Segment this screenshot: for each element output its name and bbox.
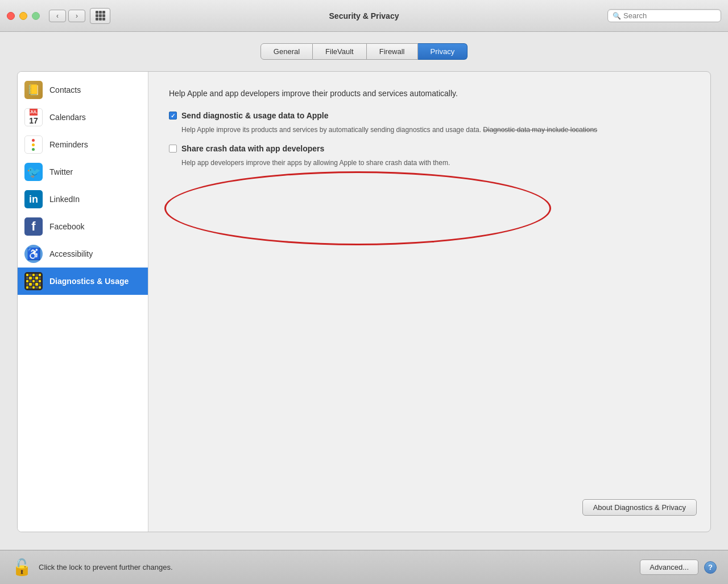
minimize-button[interactable] [19, 12, 27, 20]
sidebar-item-label: Twitter [49, 167, 73, 176]
window-controls [7, 12, 40, 20]
grid-icon [96, 11, 105, 20]
sidebar-item-label: Reminders [49, 140, 88, 149]
sidebar-item-facebook[interactable]: f Facebook [18, 213, 148, 240]
sidebar: 📒 Contacts JUL 17 Calendars Reminders [18, 72, 148, 532]
sidebar-item-diagnostics[interactable]: Diagnostics & Usage [18, 268, 148, 295]
intro-text: Help Apple and app developers improve th… [169, 88, 510, 100]
grid-view-button[interactable] [90, 8, 110, 24]
window-title: Security & Privacy [329, 11, 399, 20]
close-button[interactable] [7, 12, 15, 20]
privacy-main-content: Help Apple and app developers improve th… [148, 72, 710, 532]
sidebar-item-label: Contacts [49, 85, 81, 94]
bottom-bar: 🔓 Click the lock to prevent further chan… [0, 550, 728, 584]
facebook-icon: f [24, 217, 43, 236]
tabs-bar: General FileVault Firewall Privacy [17, 43, 711, 60]
share-crash-desc: Help app developers improve their apps b… [181, 158, 690, 168]
send-diagnostic-desc-strike: Diagnostic data may include locations [483, 126, 597, 134]
advanced-button[interactable]: Advanced... [640, 560, 698, 575]
send-diagnostic-desc: Help Apple improve its products and serv… [181, 125, 690, 135]
search-box[interactable]: 🔍 [607, 9, 721, 22]
send-diagnostic-label: Send diagnostic & usage data to Apple [181, 111, 329, 120]
titlebar: ‹ › Security & Privacy 🔍 [0, 0, 728, 32]
lock-text: Click the lock to prevent further change… [39, 563, 173, 571]
sidebar-item-linkedin[interactable]: in LinkedIn [18, 186, 148, 213]
sidebar-item-label: Calendars [49, 113, 86, 122]
back-button[interactable]: ‹ [49, 10, 66, 22]
tab-firewall[interactable]: Firewall [367, 43, 418, 60]
sidebar-item-label: Facebook [49, 222, 84, 231]
sidebar-item-twitter[interactable]: 🐦 Twitter [18, 158, 148, 186]
contacts-icon: 📒 [24, 81, 43, 99]
share-crash-checkbox[interactable] [169, 145, 177, 153]
share-crash-row: Share crash data with app developers [169, 144, 690, 153]
linkedin-icon: in [24, 190, 43, 208]
sidebar-item-contacts[interactable]: 📒 Contacts [18, 76, 148, 104]
sidebar-item-accessibility[interactable]: ♿ Accessibility [18, 240, 148, 268]
calendars-icon: JUL 17 [24, 108, 43, 126]
sidebar-item-label: LinkedIn [49, 195, 80, 204]
reminders-icon [24, 135, 43, 154]
forward-button[interactable]: › [68, 10, 85, 22]
tab-filevault[interactable]: FileVault [313, 43, 367, 60]
sidebar-item-reminders[interactable]: Reminders [18, 131, 148, 158]
sidebar-item-label: Diagnostics & Usage [49, 277, 129, 286]
content-panel: 📒 Contacts JUL 17 Calendars Reminders [17, 71, 711, 532]
send-diagnostic-desc-normal: Help Apple improve its products and serv… [181, 126, 481, 134]
twitter-icon: 🐦 [24, 163, 43, 181]
tab-privacy[interactable]: Privacy [418, 43, 468, 60]
search-input[interactable] [623, 11, 716, 20]
diagnostics-icon [24, 272, 43, 290]
send-diagnostic-row: Send diagnostic & usage data to Apple [169, 111, 690, 120]
lock-icon[interactable]: 🔓 [11, 557, 32, 578]
accessibility-icon: ♿ [24, 245, 43, 263]
maximize-button[interactable] [32, 12, 40, 20]
annotation-oval [164, 171, 551, 245]
about-diagnostics-button[interactable]: About Diagnostics & Privacy [582, 499, 697, 516]
main-area: General FileVault Firewall Privacy 📒 Con… [0, 32, 728, 550]
tab-general[interactable]: General [260, 43, 313, 60]
share-crash-label: Share crash data with app developers [181, 144, 324, 153]
help-button[interactable]: ? [704, 561, 717, 574]
send-diagnostic-checkbox[interactable] [169, 112, 177, 120]
sidebar-item-label: Accessibility [49, 249, 93, 258]
search-icon: 🔍 [613, 12, 621, 20]
nav-buttons: ‹ › [49, 10, 85, 22]
sidebar-item-calendars[interactable]: JUL 17 Calendars [18, 104, 148, 131]
